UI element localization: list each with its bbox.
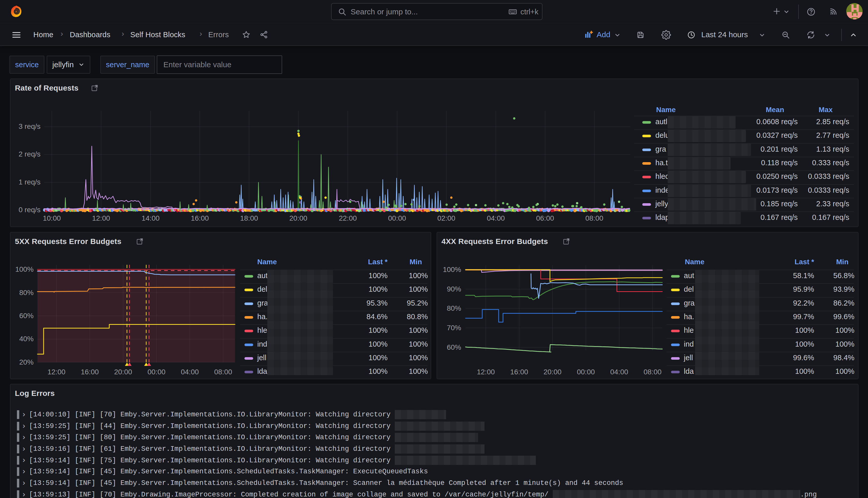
svg-text:20%: 20% [19,358,34,366]
svg-text:00:00: 00:00 [388,214,406,222]
svg-text:1 req/s: 1 req/s [18,178,41,186]
svg-text:90%: 90% [447,285,461,293]
svg-text:08:00: 08:00 [585,214,603,222]
svg-text:18:00: 18:00 [240,214,258,222]
svg-text:60%: 60% [447,343,461,351]
svg-text:0 req/s: 0 req/s [18,206,41,214]
svg-text:80%: 80% [19,289,34,297]
svg-text:40%: 40% [19,335,34,343]
svg-text:02:00: 02:00 [437,214,455,222]
svg-text:22:00: 22:00 [339,214,357,222]
svg-text:08:00: 08:00 [214,368,232,376]
svg-text:16:00: 16:00 [510,368,528,376]
svg-text:20:00: 20:00 [114,368,132,376]
svg-text:80%: 80% [447,304,461,312]
svg-text:60%: 60% [19,312,34,320]
svg-text:20:00: 20:00 [544,368,561,376]
svg-text:04:00: 04:00 [487,214,505,222]
svg-text:08:00: 08:00 [643,368,662,376]
svg-text:06:00: 06:00 [536,214,554,222]
svg-text:20:00: 20:00 [289,214,307,222]
svg-text:04:00: 04:00 [610,368,628,376]
svg-text:00:00: 00:00 [577,368,595,376]
svg-text:100%: 100% [15,265,34,273]
svg-text:16:00: 16:00 [81,368,99,376]
svg-text:10:00: 10:00 [43,214,61,222]
svg-text:04:00: 04:00 [181,368,199,376]
svg-text:70%: 70% [447,324,461,332]
svg-text:2 req/s: 2 req/s [18,150,41,158]
svg-text:12:00: 12:00 [92,214,110,222]
svg-text:00:00: 00:00 [147,368,165,376]
svg-text:12:00: 12:00 [477,368,495,376]
svg-text:14:00: 14:00 [142,214,160,222]
svg-text:100%: 100% [443,265,461,274]
svg-text:16:00: 16:00 [191,214,209,222]
svg-text:3 req/s: 3 req/s [18,122,41,130]
svg-text:12:00: 12:00 [48,368,65,376]
